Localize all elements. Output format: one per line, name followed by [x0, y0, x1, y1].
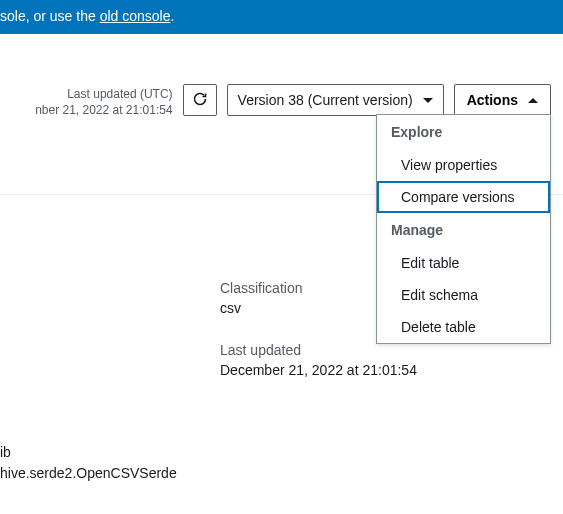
dropdown-section-manage: Manage	[377, 213, 550, 247]
dropdown-item-edit-table[interactable]: Edit table	[377, 247, 550, 279]
dropdown-item-delete-table[interactable]: Delete table	[377, 311, 550, 343]
last-updated-block: Last updated (UTC) nber 21, 2022 at 21:0…	[35, 84, 172, 118]
dropdown-item-view-properties[interactable]: View properties	[377, 149, 550, 181]
chevron-up-icon	[528, 98, 538, 103]
dropdown-section-explore: Explore	[377, 115, 550, 149]
version-select[interactable]: Version 38 (Current version)	[227, 84, 444, 116]
banner-suffix: .	[170, 8, 174, 24]
actions-button[interactable]: Actions	[454, 84, 551, 116]
serde-line-1: ib	[0, 442, 177, 463]
refresh-icon	[192, 91, 208, 110]
last-updated-label: Last updated (UTC)	[35, 86, 172, 102]
serde-info: ib hive.serde2.OpenCSVSerde	[0, 442, 177, 484]
dropdown-item-edit-schema[interactable]: Edit schema	[377, 279, 550, 311]
banner-link-old-console[interactable]: old console	[100, 8, 171, 24]
chevron-down-icon	[423, 98, 433, 103]
field-last-updated: Last updated December 21, 2022 at 21:01:…	[220, 342, 563, 378]
dropdown-item-compare-versions[interactable]: Compare versions	[377, 181, 550, 213]
header-toolbar: Last updated (UTC) nber 21, 2022 at 21:0…	[0, 34, 563, 118]
info-banner: sole, or use the old console.	[0, 0, 563, 34]
detail-last-updated-value: December 21, 2022 at 21:01:54	[220, 362, 563, 378]
version-select-label: Version 38 (Current version)	[238, 92, 413, 108]
actions-button-label: Actions	[467, 92, 518, 108]
last-updated-value: nber 21, 2022 at 21:01:54	[35, 102, 172, 118]
actions-dropdown: Explore View properties Compare versions…	[376, 114, 551, 344]
refresh-button[interactable]	[183, 84, 217, 116]
detail-last-updated-label: Last updated	[220, 342, 563, 358]
banner-prefix: sole, or use the	[0, 8, 100, 24]
serde-line-2: hive.serde2.OpenCSVSerde	[0, 463, 177, 484]
